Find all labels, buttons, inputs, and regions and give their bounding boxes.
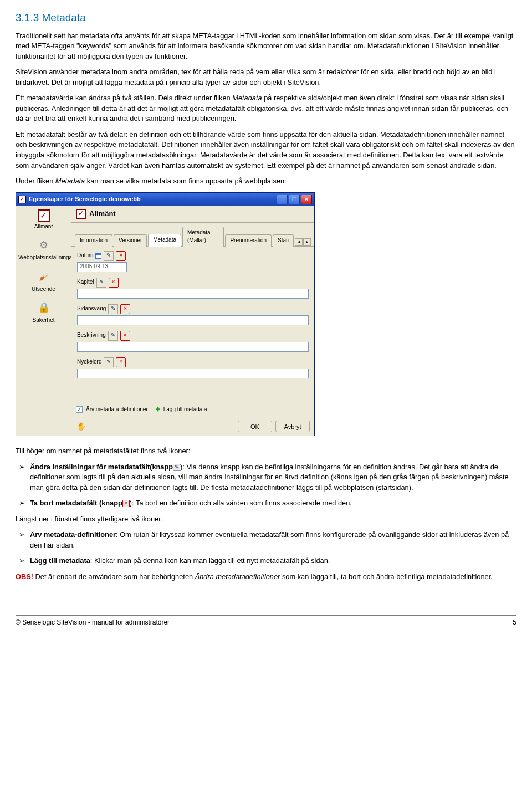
panel-body: Datum✎×2005-09-13Kapitel✎×Sidansvarig✎×B…: [71, 247, 314, 402]
field-edit-button[interactable]: ✎: [108, 331, 118, 341]
tab-statistik[interactable]: Stati: [273, 234, 294, 247]
field-label: Kapitel✎×: [77, 278, 309, 288]
nav-webbplats[interactable]: ⚙ Webbplatsinställningar: [18, 237, 69, 262]
edit-icon: ✎: [173, 464, 180, 471]
help-icon[interactable]: ✋: [76, 422, 86, 432]
field-label: Nyckelord✎×: [77, 357, 309, 367]
field-input[interactable]: [77, 289, 309, 299]
add-metadata-link[interactable]: Lägg till metadata: [163, 406, 207, 414]
field-label: Sidansvarig✎×: [77, 304, 309, 314]
checkbox-icon: ✓: [38, 209, 50, 222]
close-button[interactable]: ×: [301, 195, 312, 204]
nav-allmant[interactable]: ✓ Allmänt: [18, 209, 69, 231]
inherit-checkbox[interactable]: ✓: [76, 406, 83, 413]
field-delete-button[interactable]: ×: [116, 251, 126, 261]
paragraph-1: Traditionellt sett har metadata ofta anv…: [16, 31, 516, 62]
checkbox-icon: ✓: [76, 209, 86, 219]
maximize-button[interactable]: □: [289, 195, 300, 204]
tab-metadata[interactable]: Metadata: [148, 234, 181, 247]
field-input[interactable]: [77, 369, 309, 378]
field-delete-button[interactable]: ×: [120, 304, 130, 314]
bullet-edit: ➢ Ändra inställningar för metadatafält(k…: [19, 462, 516, 493]
field-edit-button[interactable]: ✎: [96, 278, 106, 288]
field-delete-button[interactable]: ×: [120, 331, 130, 341]
tab-scroll-left[interactable]: ◂: [295, 238, 303, 246]
tab-scroll-right[interactable]: ▸: [303, 238, 311, 246]
paragraph-3: Ett metadatavärde kan ändras på två stäl…: [16, 93, 516, 124]
field-edit-button[interactable]: ✎: [104, 251, 114, 261]
field-delete-button[interactable]: ×: [116, 357, 126, 367]
obs-paragraph: OBS! Det är enbart de användare som har …: [16, 572, 516, 582]
post-dialog-2: Längst ner i fönstret finns ytterligare …: [16, 514, 516, 525]
plus-icon: ✚: [156, 406, 160, 414]
delete-icon: ×: [122, 500, 130, 507]
panel-footer: ✓ Ärv metadata-definitioner ✚ Lägg till …: [71, 402, 314, 417]
dialog-buttons: ✋ OK Avbryt: [71, 417, 314, 436]
metadata-field: Kapitel✎×: [77, 278, 309, 299]
field-edit-button[interactable]: ✎: [104, 357, 114, 367]
post-dialog-1: Till höger om namnet på metadatafältet f…: [16, 446, 516, 457]
tab-metadata-mallar[interactable]: Metadata (Mallar): [182, 227, 224, 247]
lock-icon: 🔒: [36, 300, 52, 315]
bullet-delete: ➢ Ta bort metadatafält (knapp×): Ta bort…: [19, 498, 516, 509]
footer-separator: [16, 615, 516, 616]
bullet-inherit: ➢ Ärv metadata-definitioner: Om rutan är…: [19, 530, 516, 550]
field-edit-button[interactable]: ✎: [108, 304, 118, 314]
field-input[interactable]: [77, 315, 309, 325]
inherit-label: Ärv metadata-definitioner: [86, 406, 148, 414]
tabs-row: Information Versioner Metadata Metadata …: [71, 223, 314, 247]
metadata-field: Sidansvarig✎×: [77, 304, 309, 325]
field-input[interactable]: 2005-09-13: [77, 262, 127, 272]
left-nav: ✓ Allmänt ⚙ Webbplatsinställningar 🖌 Uts…: [16, 206, 71, 436]
field-input[interactable]: [77, 342, 309, 352]
ok-button[interactable]: OK: [238, 421, 272, 432]
calendar-icon: [95, 253, 101, 259]
bullet-add: ➢ Lägg till metadata: Klickar man på den…: [19, 556, 516, 566]
gear-icon: ⚙: [36, 237, 52, 253]
footer-page-number: 5: [513, 618, 516, 627]
field-delete-button[interactable]: ×: [109, 278, 119, 288]
brush-icon: 🖌: [36, 269, 52, 284]
tab-prenumeration[interactable]: Prenumeration: [225, 234, 272, 247]
paragraph-4: Ett metadatafält består av två delar: en…: [16, 130, 516, 171]
footer-left: © Senselogic SiteVision - manual för adm…: [16, 618, 170, 627]
metadata-field: Beskrivning✎×: [77, 331, 309, 352]
tab-versioner[interactable]: Versioner: [114, 234, 147, 247]
metadata-field: Nyckelord✎×: [77, 357, 309, 378]
field-label: Beskrivning✎×: [77, 331, 309, 341]
section-heading: 3.1.3 Metadata: [16, 10, 516, 25]
screenshot-dialog: ✓ Egenskaper för Senselogic demowebb _ □…: [16, 192, 516, 436]
window-title: Egenskaper för Senselogic demowebb: [29, 195, 277, 204]
metadata-field: Datum✎×2005-09-13: [77, 251, 309, 272]
titlebar: ✓ Egenskaper för Senselogic demowebb _ □…: [16, 193, 314, 206]
field-label: Datum✎×: [77, 251, 309, 261]
minimize-button[interactable]: _: [277, 195, 288, 204]
nav-sakerhet[interactable]: 🔒 Säkerhet: [18, 300, 69, 325]
tab-information[interactable]: Information: [75, 234, 112, 247]
page-footer: © Senselogic SiteVision - manual för adm…: [16, 618, 516, 627]
paragraph-5: Under fliken Metadata kan man se vilka m…: [16, 176, 516, 187]
cancel-button[interactable]: Avbryt: [275, 421, 310, 432]
nav-utseende[interactable]: 🖌 Utseende: [18, 269, 69, 294]
app-icon: ✓: [18, 196, 26, 203]
paragraph-2: SiteVision använder metadata inom andra …: [16, 67, 516, 88]
panel-header: ✓ Allmänt: [71, 206, 314, 223]
